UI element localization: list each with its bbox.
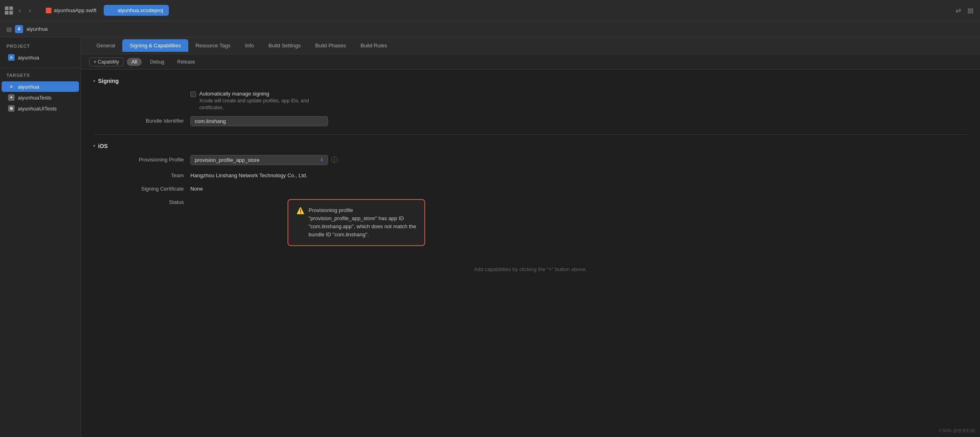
window-resize-icon[interactable]: ⇄ — [954, 5, 963, 16]
ios-section-title: iOS — [98, 143, 108, 149]
filter-all[interactable]: All — [127, 58, 142, 66]
tab-general[interactable]: General — [89, 39, 122, 52]
ios-chevron: ▾ — [93, 143, 96, 148]
title-bar-right: ⇄ ▤ — [954, 5, 975, 16]
status-box: ⚠️ Provisioning profile "provision_profi… — [288, 199, 425, 246]
add-capability-label: + Capability — [94, 59, 119, 65]
target-tests-icon: ✦ — [8, 94, 15, 101]
auto-manage-label: Automatically manage signing — [199, 91, 309, 97]
tab-resource-tags[interactable]: Resource Tags — [188, 39, 238, 52]
bundle-identifier-input[interactable] — [190, 116, 328, 126]
signing-certificate-row: Signing Certificate None — [93, 184, 968, 192]
filter-debug[interactable]: Debug — [145, 58, 169, 66]
status-content: ⚠️ Provisioning profile "provision_profi… — [296, 206, 416, 239]
signing-chevron: ▾ — [93, 78, 96, 84]
swift-file-icon — [46, 8, 51, 13]
target-uitests-icon: ⊞ — [8, 105, 15, 112]
tab-signing-capabilities[interactable]: Signing & Capabilities — [122, 39, 188, 52]
select-arrow-icon: ⬇ — [320, 157, 324, 163]
add-capability-button[interactable]: + Capability — [89, 57, 124, 66]
bundle-identifier-label: Bundle Identifier — [101, 116, 190, 124]
project-label: aiyunhua — [18, 55, 39, 61]
app-header: ▤ A aiyunhua — [0, 21, 980, 37]
xcodeproj-file-icon — [109, 8, 115, 13]
auto-manage-checkbox[interactable] — [190, 91, 196, 97]
sidebar-toggle-button[interactable]: ▤ — [6, 26, 12, 32]
nav-back-button[interactable]: ‹ — [16, 5, 23, 16]
watermark: CSDN @技术杠精 — [939, 428, 975, 434]
targets-section-title: TARGETS — [0, 73, 81, 81]
team-label: Team — [101, 171, 190, 178]
info-icon[interactable]: i — [331, 157, 338, 163]
project-icon: A — [8, 54, 15, 61]
tab-info[interactable]: Info — [238, 39, 261, 52]
team-row: Team Hangzhou Linshang Network Technolog… — [93, 171, 968, 178]
content-separator — [93, 134, 968, 135]
sidebar-item-aiyunhua[interactable]: A aiyunhua — [2, 81, 79, 92]
auto-manage-text: Automatically manage signing Xcode will … — [199, 91, 309, 111]
status-label: Status — [101, 197, 190, 205]
title-bar-left: ‹ › — [5, 5, 34, 16]
file-tab-swift[interactable]: aiyunhuaApp.swift — [40, 5, 102, 16]
sidebar: PROJECT A aiyunhua TARGETS A aiyunhua ✦ … — [0, 37, 81, 437]
provisioning-profile-select-row: provision_profile_app_store ⬇ i — [190, 155, 338, 165]
scroll-content: ▾ Signing Automatically manage signing X… — [81, 70, 980, 437]
signing-section-header[interactable]: ▾ Signing — [93, 78, 968, 84]
auto-manage-row: Automatically manage signing Xcode will … — [93, 91, 968, 111]
file-tab-xcodeproj[interactable]: aiyunhua.xcodeproj — [104, 5, 169, 16]
grid-icon[interactable] — [5, 6, 13, 15]
signing-certificate-value: None — [190, 184, 203, 192]
provisioning-profile-select[interactable]: provision_profile_app_store ⬇ — [190, 155, 328, 165]
status-row: Status ⚠️ Provisioning profile "provisio… — [93, 197, 968, 246]
sidebar-item-aiyunhuaUITests[interactable]: ⊞ aiyunhuaUITests — [2, 103, 79, 114]
nav-forward-button[interactable]: › — [26, 5, 33, 16]
xcodeproj-tab-label: aiyunhua.xcodeproj — [117, 7, 163, 13]
ios-section-header[interactable]: ▾ iOS — [93, 143, 968, 149]
target-tests-label: aiyunhuaTests — [18, 95, 51, 101]
bundle-identifier-row: Bundle Identifier — [93, 116, 968, 126]
project-section-title: PROJECT — [0, 44, 81, 52]
footer-hint: Add capabilities by clicking the "+" but… — [93, 254, 968, 280]
status-text: Provisioning profile "provision_profile_… — [309, 206, 416, 239]
target-aiyunhua-icon: A — [8, 83, 15, 90]
signing-certificate-label: Signing Certificate — [101, 184, 190, 192]
file-tabs: aiyunhuaApp.swift aiyunhua.xcodeproj — [40, 5, 169, 16]
filter-bar: + Capability All Debug Release — [81, 54, 980, 70]
tab-build-phases[interactable]: Build Phases — [308, 39, 353, 52]
target-uitests-label: aiyunhuaUITests — [18, 106, 57, 112]
team-value: Hangzhou Linshang Network Technology Co.… — [190, 171, 307, 178]
tab-build-settings[interactable]: Build Settings — [261, 39, 308, 52]
provisioning-profile-row: Provisioning Profile provision_profile_a… — [93, 155, 968, 165]
sidebar-item-aiyunhuaTests[interactable]: ✦ aiyunhuaTests — [2, 92, 79, 103]
tab-build-rules[interactable]: Build Rules — [353, 39, 394, 52]
warning-icon: ⚠️ — [296, 207, 305, 214]
signing-section-title: Signing — [98, 78, 119, 84]
target-aiyunhua-label: aiyunhua — [18, 84, 39, 90]
provisioning-profile-label: Provisioning Profile — [101, 155, 190, 163]
app-name-label: aiyunhua — [26, 26, 48, 32]
auto-manage-desc: Xcode will create and update profiles, a… — [199, 98, 309, 111]
filter-release[interactable]: Release — [173, 58, 200, 66]
main-layout: PROJECT A aiyunhua TARGETS A aiyunhua ✦ … — [0, 37, 980, 437]
sidebar-separator — [0, 68, 81, 68]
sidebar-item-project[interactable]: A aiyunhua — [2, 52, 79, 63]
content-area: General Signing & Capabilities Resource … — [81, 37, 980, 437]
panel-toggle-icon[interactable]: ▤ — [966, 5, 975, 16]
swift-tab-label: aiyunhuaApp.swift — [54, 7, 97, 13]
provisioning-profile-value: provision_profile_app_store — [195, 157, 260, 163]
title-bar: ‹ › aiyunhuaApp.swift aiyunhua.xcodeproj… — [0, 0, 980, 21]
app-icon: A — [15, 25, 23, 33]
tab-bar: General Signing & Capabilities Resource … — [81, 37, 980, 54]
